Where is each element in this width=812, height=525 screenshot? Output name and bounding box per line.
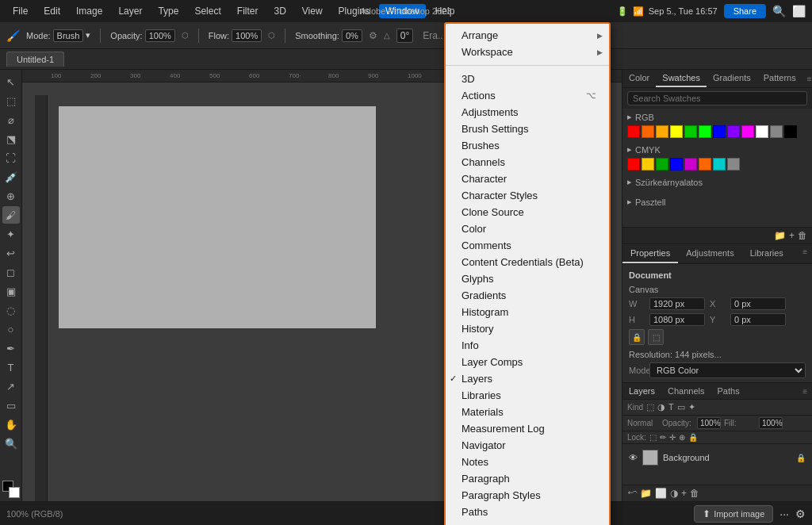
eyedropper-tool[interactable]: 💉	[2, 168, 20, 186]
delete-layer-icon[interactable]: 🗑	[690, 488, 699, 499]
menu-layer[interactable]: Layer	[112, 4, 148, 18]
layers-panel-menu[interactable]: ≡	[798, 384, 812, 399]
tab-gradients[interactable]: Gradients	[707, 70, 757, 87]
new-layer-icon[interactable]: +	[681, 488, 687, 499]
swatch[interactable]	[727, 125, 740, 138]
eraser-tool[interactable]: ◻	[2, 263, 20, 281]
tab-color[interactable]: Color	[622, 70, 656, 87]
tab-layers[interactable]: Layers	[622, 383, 661, 399]
search-icon[interactable]: 🔍	[772, 5, 786, 17]
tab-libraries[interactable]: Libraries	[742, 244, 791, 263]
menu-item-actions[interactable]: Actions ⌥	[446, 87, 609, 104]
dodge-tool[interactable]: ○	[2, 320, 20, 338]
menu-item-adjustments[interactable]: Adjustments	[446, 104, 609, 121]
canvas-document[interactable]	[59, 106, 376, 328]
menu-item-arrange[interactable]: Arrange	[446, 27, 609, 44]
swatch[interactable]	[642, 125, 654, 138]
menu-type[interactable]: Type	[151, 4, 185, 18]
menu-item-character-styles[interactable]: Character Styles	[446, 187, 609, 204]
menu-item-libraries[interactable]: Libraries	[446, 387, 609, 404]
swatch[interactable]	[699, 125, 711, 138]
marquee-tool[interactable]: ⬚	[2, 92, 20, 109]
add-mask-icon[interactable]: ⬜	[655, 488, 667, 499]
mode-dropdown-icon[interactable]: ▾	[86, 30, 90, 40]
swatch[interactable]	[741, 125, 754, 138]
history-brush-tool[interactable]: ↩	[2, 244, 20, 262]
new-group-icon[interactable]: 📁	[640, 488, 652, 499]
import-image-button[interactable]: ⬆ Import image	[694, 505, 773, 523]
menu-item-brushes[interactable]: Brushes	[446, 137, 609, 154]
menu-item-navigator[interactable]: Navigator	[446, 437, 609, 454]
menu-view[interactable]: View	[296, 4, 329, 18]
tab-paths[interactable]: Paths	[711, 383, 746, 399]
document-tab[interactable]: Untitled-1	[6, 52, 64, 67]
swatch[interactable]	[770, 125, 783, 138]
shape-tool[interactable]: ▭	[2, 397, 20, 414]
menu-item-paths[interactable]: Paths	[446, 504, 609, 520]
swatch[interactable]	[642, 158, 654, 171]
lock-move-icon[interactable]: ✛	[669, 433, 676, 442]
angle-value[interactable]: 0°	[396, 29, 413, 43]
menu-filter[interactable]: Filter	[231, 4, 265, 18]
delete-swatch-icon[interactable]: 🗑	[798, 230, 807, 241]
tab-adjustments[interactable]: Adjustments	[678, 244, 742, 263]
swatch[interactable]	[713, 158, 726, 171]
menu-3d[interactable]: 3D	[267, 4, 292, 18]
menu-item-notes[interactable]: Notes	[446, 454, 609, 470]
canvas-width-input[interactable]	[649, 297, 705, 310]
swatch[interactable]	[627, 158, 640, 171]
crop-tool[interactable]: ⛶	[2, 149, 20, 167]
menu-item-paragraph[interactable]: Paragraph	[446, 470, 609, 487]
swatch-group-rgb-header[interactable]: ▸ RGB	[627, 112, 807, 122]
pen-tool[interactable]: ✒	[2, 339, 20, 357]
swatch[interactable]	[756, 125, 768, 138]
swatch-group-grayscale-header[interactable]: ▸ Szürkeárnyalatos	[627, 177, 807, 187]
layer-row-background[interactable]: 👁 Background 🔒	[626, 447, 809, 468]
swatches-search-input[interactable]	[627, 91, 807, 105]
lock-pixels-icon[interactable]: ✏	[660, 433, 666, 442]
lock-all-icon[interactable]: 🔒	[688, 433, 698, 442]
menu-item-patterns[interactable]: Patterns	[446, 520, 609, 525]
window-icon[interactable]: ⬜	[792, 5, 806, 17]
path-select-tool[interactable]: ↗	[2, 377, 20, 395]
menu-item-gradients[interactable]: Gradients	[446, 287, 609, 304]
swatch[interactable]	[684, 158, 697, 171]
adjustment-icon[interactable]: ◑	[657, 402, 665, 412]
menu-item-glyphs[interactable]: Glyphs	[446, 270, 609, 287]
tab-patterns[interactable]: Patterns	[757, 70, 802, 87]
swatch[interactable]	[713, 125, 726, 138]
menu-item-3d[interactable]: 3D	[446, 71, 609, 87]
swatches-panel-menu[interactable]: ≡	[802, 71, 812, 86]
menu-item-character[interactable]: Character	[446, 171, 609, 187]
menu-item-comments[interactable]: Comments	[446, 237, 609, 254]
window-dropdown-menu[interactable]: Arrange Workspace 3D Actions ⌥ Adjustmen…	[444, 22, 611, 525]
swatch[interactable]	[727, 158, 740, 171]
add-swatch-icon[interactable]: +	[789, 230, 795, 241]
smart-icon[interactable]: ✦	[688, 402, 695, 412]
gradient-tool[interactable]: ▣	[2, 282, 20, 300]
text-tool[interactable]: T	[2, 358, 20, 376]
layer-filter-icon[interactable]: ⬿	[627, 488, 637, 499]
menu-item-info[interactable]: Info	[446, 337, 609, 354]
pixel-icon[interactable]: ⬚	[646, 402, 654, 412]
type-icon[interactable]: T	[668, 402, 674, 412]
swatch[interactable]	[670, 125, 683, 138]
menu-item-histogram[interactable]: Histogram	[446, 304, 609, 320]
swatch[interactable]	[670, 158, 683, 171]
menu-item-paragraph-styles[interactable]: Paragraph Styles	[446, 487, 609, 504]
swatch-group-cmyk-header[interactable]: ▸ CMYK	[627, 144, 807, 155]
share-button[interactable]: Share	[724, 4, 766, 18]
more-options-button[interactable]: ···	[779, 508, 789, 520]
shape-icon[interactable]: ▭	[677, 402, 685, 412]
settings-icon[interactable]: ⚙	[795, 508, 806, 520]
menu-image[interactable]: Image	[70, 4, 109, 18]
hand-tool[interactable]: ✋	[2, 416, 20, 433]
menu-item-clone-source[interactable]: Clone Source	[446, 204, 609, 220]
color-mode-select[interactable]: RGB Color	[649, 362, 806, 378]
menu-item-layer-comps[interactable]: Layer Comps	[446, 354, 609, 370]
menu-item-materials[interactable]: Materials	[446, 404, 609, 420]
blur-tool[interactable]: ◌	[2, 301, 20, 319]
menu-item-channels[interactable]: Channels	[446, 154, 609, 171]
swatch[interactable]	[627, 125, 640, 138]
add-adjustment-icon[interactable]: ◑	[670, 488, 678, 499]
